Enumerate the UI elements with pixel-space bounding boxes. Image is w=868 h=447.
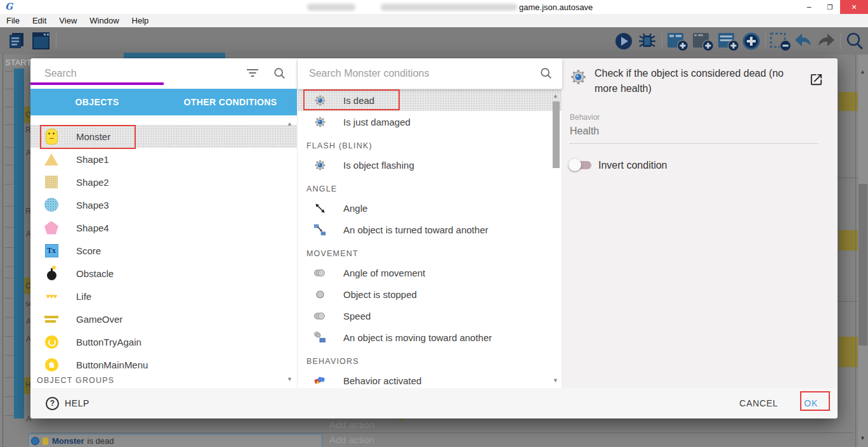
help-button[interactable]: ? HELP — [46, 397, 89, 410]
menu-file[interactable]: File — [0, 16, 26, 25]
search-toolbar-icon[interactable] — [845, 32, 864, 51]
tab-other-conditions[interactable]: OTHER CONDITIONS — [164, 89, 297, 115]
filter-icon[interactable] — [246, 69, 259, 78]
add-subevent-icon[interactable] — [692, 32, 714, 52]
list-scrollbar-thumb[interactable] — [553, 101, 560, 168]
open-in-new-icon[interactable] — [809, 72, 824, 89]
monster-object-icon — [43, 437, 48, 445]
scroll-up-icon[interactable]: ▲ — [860, 68, 865, 75]
hearts-object-icon: ♥♥♥ — [43, 292, 60, 300]
toggle-thumb — [569, 159, 581, 171]
search-icon[interactable] — [273, 67, 287, 81]
gdevelop-window: G game.json.autosave – ❐ ✕ File Edit Vie… — [0, 0, 868, 447]
condition-list: Is dead Is just damaged — [298, 89, 562, 388]
condition-description: Check if the object is considered dead (… — [595, 66, 792, 96]
cancel-button[interactable]: CANCEL — [739, 398, 778, 408]
menu-edit[interactable]: Edit — [26, 16, 53, 25]
tab-objects[interactable]: OBJECTS — [30, 89, 164, 115]
condition-row-object-is-stopped[interactable]: Object is stopped — [298, 283, 562, 305]
condition-label: Object is stopped — [343, 289, 417, 300]
object-row-shape3[interactable]: Shape3 — [30, 193, 297, 216]
menu-view[interactable]: View — [53, 16, 83, 25]
condition-section-movement: MOVEMENT — [298, 240, 562, 262]
debug-icon[interactable] — [637, 32, 657, 51]
list-scroll-down-icon[interactable]: ▼ — [553, 377, 558, 384]
undo-icon[interactable] — [793, 32, 813, 51]
condition-row-speed[interactable]: Speed — [298, 305, 562, 327]
condition-row-is-object-flashing[interactable]: Is object flashing — [298, 154, 562, 176]
menu-help[interactable]: Help — [126, 16, 155, 25]
object-label: Shape3 — [76, 200, 109, 211]
toolbar-separator — [840, 33, 841, 49]
condition-row-turned-toward[interactable]: An object is turned toward another — [298, 219, 562, 240]
object-row-score[interactable]: Tx Score — [30, 239, 297, 262]
list-scroll-up-icon[interactable]: ▲ — [287, 120, 293, 127]
scroll-down-icon[interactable]: ▼ — [860, 435, 865, 441]
background-scrollbar-thumb[interactable] — [858, 184, 867, 346]
angle-arrows-icon — [312, 202, 328, 214]
stopped-circle-icon — [312, 288, 328, 301]
condition-row-angle[interactable]: Angle — [298, 197, 562, 219]
redo-icon[interactable] — [816, 32, 836, 51]
behavior-activated-icon — [312, 375, 328, 386]
invert-condition-toggle[interactable] — [570, 159, 593, 171]
square-object-icon — [43, 176, 60, 188]
search-icon[interactable] — [539, 67, 553, 81]
window-title: game.json.autosave — [519, 3, 593, 12]
close-button[interactable]: ✕ — [840, 0, 868, 14]
event-object-name: Monster — [52, 436, 84, 446]
toolbar-separator — [56, 33, 56, 49]
condition-label: Is object flashing — [343, 160, 414, 171]
blurred-title-text — [307, 4, 355, 11]
condition-row-behavior-activated[interactable]: Behavior activated — [298, 370, 562, 388]
object-row-shape4[interactable]: Shape4 — [30, 216, 297, 239]
object-row-buttonmainmenu[interactable]: ButtonMainMenu — [30, 353, 297, 376]
object-row-obstacle[interactable]: Obstacle — [30, 262, 297, 285]
list-scroll-up-icon[interactable]: ▲ — [553, 93, 558, 99]
section-header-label: ANGLE — [306, 185, 337, 193]
object-row-life[interactable]: ♥♥♥ Life — [30, 285, 297, 308]
object-label: Life — [76, 291, 91, 302]
condition-label: An object is turned toward another — [343, 224, 488, 235]
condition-row-is-just-damaged[interactable]: Is just damaged — [298, 111, 562, 133]
object-list: Monster Shape1 Shape2 Shape3 Shape4 — [30, 115, 297, 388]
object-row-gameover[interactable]: GameOver — [30, 308, 297, 330]
moving-toward-icon — [312, 331, 328, 344]
add-comment-icon[interactable] — [717, 32, 740, 52]
add-action-link[interactable]: Add action — [329, 434, 374, 445]
object-label: Obstacle — [76, 268, 114, 279]
triangle-object-icon — [43, 153, 60, 165]
object-row-buttontryagain[interactable]: ButtonTryAgain — [30, 330, 297, 353]
condition-row-moving-toward[interactable]: An object is moving toward another — [298, 327, 562, 348]
object-groups-header: OBJECT GROUPS — [37, 376, 114, 385]
text-object-icon: Tx — [43, 244, 60, 257]
behavior-field-label: Behavior — [570, 113, 600, 122]
menu-bar: File Edit View Window Help — [0, 14, 868, 28]
annotation-box-monster — [40, 125, 136, 149]
active-tab-underline — [30, 82, 164, 85]
condition-label: Behavior activated — [343, 375, 421, 386]
condition-search-input[interactable] — [308, 67, 539, 80]
object-selector-panel: OBJECTS OTHER CONDITIONS Monster Shape1 … — [30, 58, 297, 388]
minimize-button[interactable]: – — [798, 0, 820, 14]
restore-button[interactable]: ❐ — [820, 0, 840, 14]
behavior-gear-icon — [312, 116, 328, 128]
project-manager-icon[interactable] — [8, 32, 27, 51]
scene-editor-icon[interactable] — [32, 32, 51, 51]
object-row-shape1[interactable]: Shape1 — [30, 148, 297, 171]
add-extra-icon[interactable] — [741, 32, 761, 52]
selected-event-row[interactable]: Monster is dead — [28, 434, 322, 447]
add-event-icon[interactable] — [666, 32, 689, 52]
selector-tabs: OBJECTS OTHER CONDITIONS — [30, 89, 297, 115]
object-label: Shape4 — [76, 223, 109, 233]
menu-window[interactable]: Window — [83, 16, 125, 25]
delete-event-icon[interactable] — [769, 32, 792, 52]
condition-row-angle-of-movement[interactable]: Angle of movement — [298, 262, 562, 283]
behavior-field-value[interactable]: Health — [570, 126, 599, 137]
object-search-input[interactable] — [43, 67, 246, 80]
add-action-link[interactable]: Add action — [329, 419, 374, 430]
condition-label: Speed — [343, 311, 371, 321]
object-row-shape2[interactable]: Shape2 — [30, 171, 297, 193]
preview-play-icon[interactable] — [614, 32, 633, 51]
list-scroll-down-icon[interactable]: ▼ — [287, 376, 293, 382]
